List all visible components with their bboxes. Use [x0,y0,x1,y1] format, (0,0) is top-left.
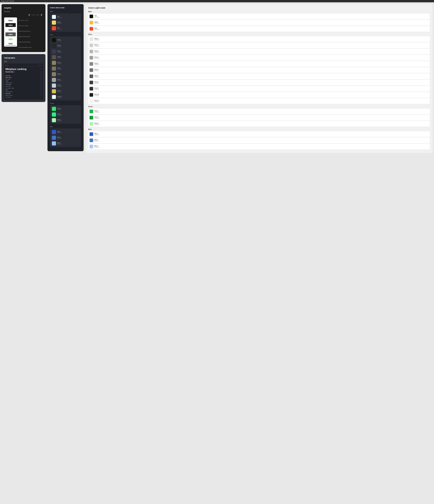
logo-simplified-black: kūbs [5,28,16,32]
top-bar-label: design system libraries [1,0,14,2]
light-swatch-green1 [89,110,93,113]
logo-official-dark: kūbs [5,23,16,27]
type-name-9: Form hint [5,86,10,87]
dark-green-3: Grey 3#A8F7B0 [51,118,80,123]
light-grey-1plus: Grey 1+#F4F4F0 [88,98,430,104]
type-row-13: BUTTON 18 [5,93,42,94]
light-swatch-grey3 [89,50,93,53]
type-fs-11: 14 [40,90,42,91]
light-grey-10: Grey 10#202020 [88,92,430,98]
dark-info-yellow: yellow #EAD86C [57,21,62,24]
dark-green-label: Green [50,103,81,104]
dark-color-yellow: yellow #EAD86C [51,20,80,25]
logo-simplified-green: kūbs [5,37,16,41]
type-row-12: Form warning 12 [5,91,42,93]
typography-panel: Typography Main NAME FS-PX Mktplace rank… [1,54,45,102]
brand-label-0: OFFICIAL LIGHT [18,18,43,22]
light-grey-7: Grey 7#585858 [88,73,430,79]
person-icon-right: 🧍 [40,14,43,16]
light-grey-6: Grey 6#707070 [88,67,430,73]
type-name-12: Form warning [5,91,12,92]
light-grey-2: Grey 2#D0D0CC [88,43,430,48]
light-blue-2: Blue 2#4472C4 [88,137,430,143]
light-swatch-grey1plus [89,99,93,103]
type-row-5: link Label 10 [5,78,42,80]
brand-label-4: SIMPLIFIED GREEN [18,40,43,44]
colors-light-panel: Colors Light mode Main Text#111500 yello… [86,4,433,153]
light-swatch-blue1 [89,132,93,136]
dark-swatch-grey3 [52,55,56,59]
type-name-11: Micro [5,89,8,91]
light-grey-label: Grey [88,33,430,35]
type-row-1: HEADLINE 1 21 [5,71,42,73]
light-swatch-grey6 [89,68,93,72]
light-swatch-red [89,27,93,31]
type-fs-14: 14 [40,95,42,96]
dark-swatch-grey2 [52,49,56,54]
dark-blue-label: Blue [50,126,81,127]
type-fs-2: 21 [40,73,42,74]
brand-label-3: SIMPLIFIED WHITE [18,35,43,39]
top-bar: design system libraries [0,0,434,2]
dark-color-red: Red #F34B2A [51,26,80,31]
dark-main-label: Main [50,11,81,12]
light-grey-5: Grey 5#888884 [88,61,430,67]
dark-grey-5: Grey 5#757562 [51,66,80,71]
type-row-14: SIMULATION 14 [5,94,42,96]
type-name-0: Mktplace ranking [5,68,27,71]
dark-green-2: Grey 2#1DF784 [51,112,80,117]
light-grey-4: Grey 4#A0A09C [88,55,430,61]
dark-swatch-grey1plus [52,44,56,48]
type-name-6: Label [5,80,8,81]
light-swatch-blue2 [89,138,93,142]
light-grey-1: Grey 1#E8E8E4 [88,36,430,42]
dark-swatch-grey10 [52,95,56,99]
dark-swatch-blue3 [52,141,56,145]
light-grey-9: Grey 9#303030 [88,86,430,91]
light-swatch-grey2 [89,44,93,47]
light-blue-group: Blue 1#2B5CCF Blue 2#4472C4 Blue 3#A8C8F… [88,131,430,149]
light-grey-8: Grey 8#404040 [88,80,430,85]
type-row-15: Text bullet 12 [5,96,42,98]
dark-blue-group: Blue 1#2B5CCF Blue 2#4472C4 Blue 3#8DC1F… [50,128,81,147]
type-name-13: BUTTON [5,93,10,94]
brand-label-5: WITH SEGMENT LINE [18,45,43,49]
dark-grey-7: Grey 7#9CA4A8 [51,77,80,82]
dark-name-red: Red [57,27,62,28]
type-fs-10: 12 [40,88,42,89]
light-blue-label: Blue [88,128,430,130]
dark-main-group: Text #EDFDFD yellow #EAD86C Red #F34B2 [50,13,81,32]
type-fs-5: 10 [40,79,42,80]
light-green-1: Grey 1#1DB843 [88,108,430,114]
dark-blue-1: Blue 1#2B5CCF [51,129,80,135]
dark-swatch-grey1 [52,38,56,42]
type-row-10: eff. Assets Label 12 [5,87,42,89]
dark-swatch-green2 [52,112,56,117]
light-swatch-green2 [89,116,93,119]
light-swatch-yellow [89,21,93,24]
dark-hex-yellow: #EAD86C [57,23,62,24]
branding-labels-list: OFFICIAL LIGHT OFFICIAL DARK SIMPLIFIED … [18,18,43,49]
kaia-upd-text: KAIA AI. UPD [31,14,39,16]
logo-with-segment: kubs [5,42,16,45]
graphic-title: Graphic [4,7,43,9]
dark-grey-3: Grey 3#55534E [51,55,80,60]
type-fs-13: 18 [40,93,42,94]
light-color-text: Text#111500 [88,14,430,19]
dark-info-red: Red #F34B2A [57,27,62,30]
dark-blue-2: Blue 2#4472C4 [51,135,80,140]
light-swatch-grey4 [89,56,93,60]
light-green-2: Grey 2#0DA030 [88,115,430,120]
logo-stack: kūbs kūbs kūbs kūbs kūbs kubs [4,18,17,47]
dark-grey-2: Grey 2#3C3A4A [51,49,80,54]
type-row-3: card Title 14 [5,75,42,76]
brand-label-2: SIMPLIFIED BLACK [18,29,43,33]
dark-swatch-grey4 [52,61,56,65]
dark-swatch-green3 [52,118,56,122]
type-fs-8: 18 [40,84,42,85]
type-row-9: Form hint 12 [5,85,42,87]
light-grey-group: Grey 1#E8E8E4 Grey 2#D0D0CC Grey 3#B8B8B… [88,36,430,104]
colors-dark-column: Colors Dark mode Main Text #EDFDFD yello… [47,4,84,151]
type-name-7: Legal mouse [5,82,12,83]
dark-color-text: Text #EDFDFD [51,14,80,19]
